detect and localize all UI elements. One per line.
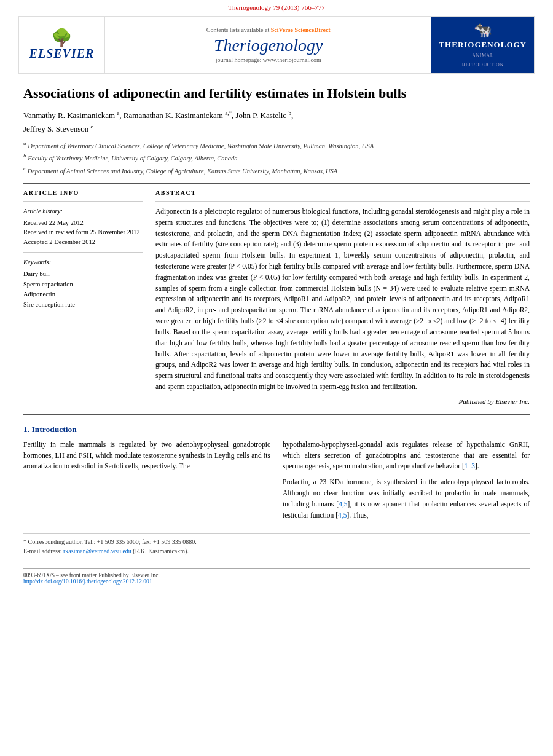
ref-link-4-5a[interactable]: 4,5 xyxy=(339,500,347,508)
elsevier-wordmark: ELSEVIER xyxy=(29,47,95,61)
published-by: Published by Elsevier Inc. xyxy=(155,398,530,405)
footnote-section: * Corresponding author. Tel.: +1 509 335… xyxy=(23,533,530,556)
journal-brand-box: 🐄 THERIOGENOLOGY ANIMAL REPRODUCTION xyxy=(431,17,534,73)
brand-sub1: ANIMAL xyxy=(472,52,493,59)
affil-c: c Department of Animal Sciences and Indu… xyxy=(23,165,530,176)
abstract-col: ABSTRACT Adiponectin is a pleiotropic re… xyxy=(155,189,530,405)
intro-title: 1. Introduction xyxy=(23,425,530,435)
abstract-divider xyxy=(155,201,530,202)
article-title: Associations of adiponectin and fertilit… xyxy=(23,85,530,103)
affil-b: b Faculty of Veterinary Medicine, Univer… xyxy=(23,152,530,163)
keywords-label: Keywords: xyxy=(23,258,143,267)
keyword-4: Sire conception rate xyxy=(23,300,143,310)
footnote-corresponding: * Corresponding author. Tel.: +1 509 335… xyxy=(23,537,530,546)
brand-sub2: REPRODUCTION xyxy=(462,61,504,68)
info-divider xyxy=(23,201,143,202)
doi-link[interactable]: http://dx.doi.org/10.1016/j.theriogenolo… xyxy=(23,578,152,585)
intro-right-col: hypothalamo-hypophyseal-gonadal axis reg… xyxy=(283,439,530,526)
elsevier-logo-area: 🌳 ELSEVIER xyxy=(19,17,105,73)
affiliations: a Department of Veterinary Clinical Scie… xyxy=(23,140,530,176)
journal-homepage: journal homepage: www.theriojournal.com xyxy=(216,57,321,63)
sciverse-link[interactable]: SciVerse ScienceDirect xyxy=(271,26,331,33)
citation-bar: Theriogenology 79 (2013) 766–777 xyxy=(0,0,553,12)
keywords-section: Keywords: Dairy bull Sperm capacitation … xyxy=(23,258,143,310)
keyword-1: Dairy bull xyxy=(23,269,143,280)
introduction-section: 1. Introduction Fertility in male mammal… xyxy=(23,425,530,526)
intro-left-col: Fertility in male mammals is regulated b… xyxy=(23,439,270,526)
keywords-divider xyxy=(23,252,143,253)
journal-name: Theriogenology xyxy=(214,36,323,55)
contents-line: Contents lists available at SciVerse Sci… xyxy=(206,26,331,33)
intro-left-text: Fertility in male mammals is regulated b… xyxy=(23,439,270,472)
ref-link-1-3[interactable]: 1–3 xyxy=(465,462,475,470)
authors-line: Vanmathy R. Kasimanickam a, Ramanathan K… xyxy=(23,109,530,136)
history-label: Article history: xyxy=(23,207,143,216)
elsevier-tree-icon: 🌳 xyxy=(51,30,73,47)
abstract-text: Adiponectin is a pleiotropic regulator o… xyxy=(155,207,530,393)
article-info-col: ARTICLE INFO Article history: Received 2… xyxy=(23,189,143,405)
doi-line: http://dx.doi.org/10.1016/j.theriogenolo… xyxy=(23,578,530,585)
abstract-label: ABSTRACT xyxy=(155,189,530,196)
section-divider xyxy=(23,414,530,415)
revised-date: Received in revised form 25 November 201… xyxy=(23,227,143,237)
abstract-paragraph: Adiponectin is a pleiotropic regulator o… xyxy=(155,207,530,393)
article-history: Article history: Received 22 May 2012 Re… xyxy=(23,207,143,247)
intro-right-text2: Prolactin, a 23 KDa hormone, is synthesi… xyxy=(283,477,530,521)
citation-text: Theriogenology 79 (2013) 766–777 xyxy=(228,4,324,11)
keyword-3: Adiponectin xyxy=(23,289,143,300)
received-date: Received 22 May 2012 xyxy=(23,218,143,228)
intro-right-text1: hypothalamo-hypophyseal-gonadal axis reg… xyxy=(283,439,530,472)
intro-columns: Fertility in male mammals is regulated b… xyxy=(23,439,530,526)
journal-header: 🌳 ELSEVIER Contents lists available at S… xyxy=(18,16,535,74)
footnote-email: E-mail address: rkasiman@vetmed.wsu.edu … xyxy=(23,546,530,556)
affil-a: a Department of Veterinary Clinical Scie… xyxy=(23,140,530,151)
bottom-info: 0093-691X/$ – see front matter Published… xyxy=(23,568,530,585)
divider-thick xyxy=(23,183,530,184)
issn-line: 0093-691X/$ – see front matter Published… xyxy=(23,572,530,578)
journal-title-area: Contents lists available at SciVerse Sci… xyxy=(105,17,431,73)
keyword-2: Sperm capacitation xyxy=(23,280,143,290)
animal-icon: 🐄 xyxy=(474,22,492,39)
email-link[interactable]: rkasiman@vetmed.wsu.edu xyxy=(63,548,131,554)
info-abstract-columns: ARTICLE INFO Article history: Received 2… xyxy=(23,189,530,405)
article-info-label: ARTICLE INFO xyxy=(23,189,143,196)
article-content: Associations of adiponectin and fertilit… xyxy=(0,74,553,562)
ref-link-4-5b[interactable]: 4,5 xyxy=(338,511,347,519)
brand-title: THERIOGENOLOGY xyxy=(439,40,527,50)
accepted-date: Accepted 2 December 2012 xyxy=(23,237,143,247)
